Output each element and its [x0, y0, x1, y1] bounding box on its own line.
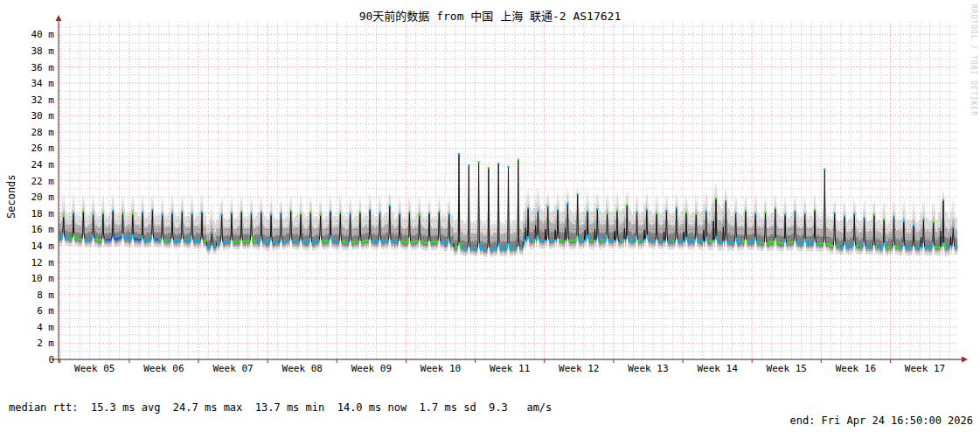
median-loss-segment: [467, 247, 468, 248]
median-loss-segment: [850, 246, 851, 247]
median-loss-segment: [803, 243, 803, 244]
median-loss-segment: [513, 247, 514, 248]
x-week-label: Week 06: [143, 363, 184, 374]
median-loss-segment: [131, 234, 132, 237]
median-loss-segment: [792, 241, 793, 242]
median-loss-segment: [141, 239, 142, 240]
median-loss-segment: [365, 240, 366, 241]
median-rtt-stats: median rtt: 15.3 ms avg 24.7 ms max 13.7…: [9, 401, 552, 415]
x-week-label: Week 08: [282, 363, 323, 374]
median-loss-segment: [430, 241, 431, 242]
median-loss-segment: [309, 241, 309, 243]
median-loss-segment: [818, 242, 819, 243]
median-loss-segment: [210, 246, 211, 247]
median-loss-segment: [551, 240, 552, 241]
median-loss-segment: [289, 240, 290, 240]
median-loss-segment: [584, 240, 585, 241]
y-tick-label: 22 m: [31, 176, 55, 187]
median-loss-segment: [861, 246, 862, 247]
median-loss-segment: [783, 242, 784, 244]
x-week-label: Week 10: [420, 363, 461, 374]
median-loss-segment: [148, 240, 149, 240]
median-loss-segment: [932, 242, 933, 246]
median-loss-segment: [910, 247, 911, 248]
median-loss-segment: [757, 240, 758, 241]
median-loss-segment: [150, 237, 151, 240]
median-loss-segment: [358, 241, 358, 242]
median-loss-segment: [750, 241, 751, 242]
median-loss-segment: [759, 242, 760, 243]
median-loss-segment: [675, 240, 676, 242]
median-loss-segment: [74, 238, 75, 239]
median-loss-segment: [88, 239, 89, 240]
median-loss-segment: [856, 245, 857, 246]
y-tick-label: 34 m: [31, 78, 55, 89]
median-loss-segment: [270, 238, 271, 241]
median-loss-segment: [378, 240, 379, 240]
median-loss-segment: [869, 247, 870, 247]
median-loss-segment: [648, 234, 649, 238]
median-loss-segment: [265, 241, 266, 242]
y-tick-label: 20 m: [31, 192, 55, 203]
median-loss-segment: [299, 241, 300, 242]
median-loss-segment: [733, 241, 734, 242]
median-loss-segment: [681, 240, 682, 241]
median-loss-segment: [487, 248, 488, 249]
median-loss-segment: [639, 240, 640, 241]
x-week-label: Week 13: [628, 363, 668, 374]
median-loss-segment: [308, 241, 309, 242]
median-loss-segment: [355, 241, 356, 242]
median-loss-segment: [479, 243, 480, 246]
median-loss-segment: [368, 240, 369, 240]
median-loss-segment: [935, 246, 935, 247]
median-loss-segment: [938, 247, 939, 247]
y-tick-label: 8 m: [37, 289, 54, 301]
median-loss-segment: [679, 240, 680, 241]
median-loss-segment: [653, 240, 654, 241]
median-loss-segment: [940, 247, 941, 247]
median-loss-segment: [437, 240, 438, 242]
median-loss-segment: [757, 241, 758, 243]
median-loss-segment: [303, 240, 304, 241]
median-loss-segment: [632, 240, 633, 241]
x-axis-arrow: [962, 357, 968, 363]
median-loss-segment: [702, 241, 703, 242]
median-loss-segment: [883, 243, 884, 246]
median-loss-segment: [747, 240, 747, 242]
median-loss-segment: [293, 240, 294, 241]
median-loss-segment: [127, 238, 128, 239]
median-loss-segment: [336, 241, 337, 242]
median-loss-segment: [502, 247, 503, 248]
median-loss-segment: [636, 236, 636, 240]
median-loss-segment: [134, 238, 135, 240]
median-loss-segment: [497, 247, 497, 248]
median-loss-segment: [252, 236, 253, 239]
median-loss-segment: [140, 240, 141, 240]
median-loss-segment: [574, 240, 575, 241]
median-loss-segment: [236, 241, 237, 242]
median-loss-segment: [772, 241, 773, 242]
median-loss-segment: [956, 246, 957, 247]
median-loss-segment: [226, 240, 227, 241]
median-loss-segment: [942, 246, 942, 247]
median-loss-segment: [546, 240, 547, 240]
median-loss-segment: [737, 241, 738, 242]
median-loss-segment: [353, 242, 354, 243]
median-loss-segment: [338, 241, 339, 243]
median-loss-segment: [650, 240, 650, 240]
median-loss-segment: [378, 241, 379, 242]
median-loss-segment: [949, 246, 950, 247]
median-loss-segment: [397, 240, 398, 241]
median-loss-segment: [833, 245, 834, 246]
x-week-label: Week 12: [559, 363, 599, 374]
median-loss-segment: [922, 243, 923, 247]
median-loss-segment: [736, 238, 737, 241]
median-loss-segment: [137, 240, 138, 240]
median-loss-segment: [682, 240, 683, 241]
median-loss-segment: [603, 240, 604, 240]
median-loss-segment: [687, 237, 688, 240]
median-loss-segment: [476, 247, 477, 248]
median-loss-segment: [70, 239, 71, 240]
median-loss-segment: [588, 238, 589, 240]
median-loss-segment: [544, 240, 545, 241]
